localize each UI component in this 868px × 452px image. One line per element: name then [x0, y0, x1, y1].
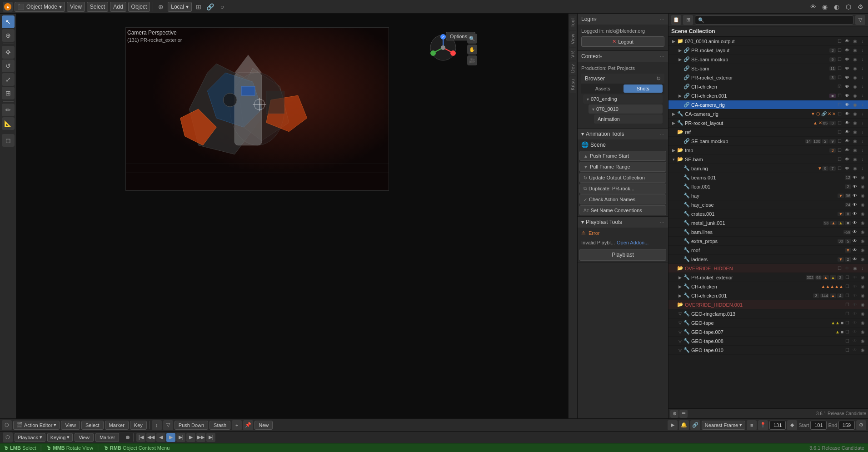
eye-icon[interactable]: 👁 [843, 56, 851, 63]
visibility-icon[interactable]: ☐ [836, 110, 843, 118]
render-icon[interactable]: ◉ [851, 47, 858, 54]
visibility-icon[interactable]: ☐ [843, 310, 851, 318]
visibility-icon[interactable]: ☐ [836, 156, 843, 163]
play-btn[interactable]: ▶ [166, 433, 175, 442]
tree-item[interactable]: 📂 OVERRIDE_HIDDEN.001 ☐ 👁 ◉ [668, 300, 868, 309]
select-icon[interactable]: ↓ [859, 65, 866, 72]
render-icon[interactable]: ◉ [851, 56, 858, 63]
push-frame-start-btn[interactable]: ▲ Push Frame Start [579, 151, 666, 161]
eye-icon[interactable]: 👁 [851, 319, 858, 327]
eye-icon[interactable]: 👁 [843, 65, 851, 72]
render-icon[interactable]: ◉ [851, 92, 858, 99]
eye-icon[interactable]: 👁 [851, 301, 858, 308]
current-frame-field[interactable]: 131 [769, 421, 786, 430]
visibility-icon[interactable]: ☐ [836, 119, 843, 127]
select-icon[interactable]: ↓ [859, 38, 866, 45]
tree-item[interactable]: 🔧 bam.lines -59 👁 ◉ [668, 228, 868, 237]
tree-item[interactable]: ▶ 🔗 CH-chicken.001 ■ ☐ 👁 ◉ ↓ [668, 91, 868, 100]
eye-icon[interactable]: 👁 [851, 238, 858, 245]
filter-icon[interactable]: ▽ [163, 420, 173, 430]
object-menu[interactable]: Object [128, 2, 150, 12]
eye-icon[interactable]: 👁 [843, 101, 851, 109]
render-icon[interactable]: ◉ [859, 256, 866, 263]
sync-icon[interactable]: 🔔 [679, 420, 689, 430]
eye-icon[interactable]: 👁 [843, 156, 851, 163]
prev-frame-btn[interactable]: ◀ [156, 433, 165, 442]
login-dots-icon[interactable]: ⋯ [660, 17, 664, 22]
render-icon[interactable]: ◉ [859, 247, 866, 254]
render-icon[interactable]: ◉ [851, 74, 858, 81]
select-icon[interactable]: ↓ [859, 119, 866, 127]
eye-icon[interactable]: 👁 [851, 210, 858, 218]
visibility-icon[interactable]: ☐ [843, 319, 851, 327]
render-icon[interactable]: ◉ [859, 328, 866, 336]
visibility-icon[interactable]: ☐ [843, 347, 851, 354]
visibility-icon[interactable]: ☐ [836, 38, 843, 45]
tree-item[interactable]: 🔧 ladders ▼2 👁 ◉ [668, 255, 868, 264]
tree-item[interactable]: ▶ 🔧 CA-camera_rig ▼⬡🔗✕✕ ☐ 👁 ◉ ↓ [668, 109, 868, 119]
play-reverse-btn[interactable]: ▶| [176, 433, 185, 442]
tool-tab[interactable]: Tool [569, 15, 576, 30]
stash-btn[interactable]: Stash [210, 421, 230, 430]
snap-icon[interactable]: 🔗 [205, 2, 215, 12]
tree-item[interactable]: 🔧 floor.001 2 👁 ◉ [668, 182, 868, 191]
render-icon[interactable]: 👁 [808, 2, 818, 12]
cursor-icon[interactable]: ⊕ [156, 2, 166, 12]
visibility-icon[interactable]: ☐ [843, 301, 851, 308]
cursor-tool-btn[interactable]: ⊕ [2, 29, 15, 42]
dev-tab[interactable]: Dev [569, 61, 576, 75]
transform-icon[interactable]: ⊞ [194, 2, 204, 12]
transform-tool-btn[interactable]: ⊞ [2, 87, 15, 99]
visibility-icon[interactable]: ☑ [836, 83, 843, 90]
visibility-icon[interactable]: ☐ [836, 92, 843, 99]
eye-icon[interactable]: 👁 [851, 283, 858, 290]
action-editor-dropdown[interactable]: 🎬 Action Editor ▾ [13, 421, 60, 430]
eye-icon[interactable]: 👁 [851, 256, 858, 263]
jump-start-btn[interactable]: |◀ [136, 433, 145, 442]
render-icon[interactable]: ◉ [851, 156, 858, 163]
tree-item[interactable]: ▽ 🔧 GEO-tape ▲▲■ ☐ 👁 ◉ [668, 318, 868, 328]
render-settings-icon[interactable]: ⚙ [856, 420, 866, 430]
measure-tool-btn[interactable]: 📐 [2, 117, 15, 130]
blender-logo-icon[interactable]: ● [3, 2, 13, 12]
next-keyframe-btn[interactable]: ▶▶ [196, 433, 205, 442]
pull-frame-range-btn[interactable]: ▼ Pull Frame Range [579, 162, 666, 172]
editor-type-icon-2[interactable]: ⬡ [3, 432, 13, 442]
tree-item[interactable]: 🔧 hay_close 24 👁 ◉ [668, 200, 868, 209]
eye-icon[interactable]: 👁 [851, 228, 858, 236]
outliner-filter-icon[interactable]: ▽ [855, 15, 865, 25]
viewport[interactable]: Camera Perspective (131) PR-rocket_exter… [16, 14, 568, 418]
nearest-frame-dropdown[interactable]: Nearest Frame ▾ [702, 421, 745, 430]
eye-icon[interactable]: 👁 [843, 110, 851, 118]
render-icon[interactable]: ◉ [851, 38, 858, 45]
tree-item[interactable]: 🔧 beams.001 12 👁 ◉ [668, 173, 868, 182]
outliner-type-icon[interactable]: 📋 [671, 15, 681, 25]
view-menu[interactable]: View [67, 2, 85, 12]
anim-tools-header[interactable]: ▾ Animation Tools ⋯ [578, 129, 668, 139]
tree-item[interactable]: ▶ 🔧 PR-rocket_exterior 30293▲▲3 ☐ 👁 ◉ [668, 273, 868, 282]
shots-tab[interactable]: Shots [624, 84, 663, 93]
snap-icon[interactable]: 📌 [243, 420, 253, 430]
playblast-header[interactable]: ▾ Playblast Tools ⋯ [578, 217, 668, 228]
tree-item[interactable]: ▾ 📂 SE-bam ☐ 👁 ◉ ↓ [668, 155, 868, 164]
keyframe-icon[interactable]: ◆ [787, 420, 797, 430]
eye-icon[interactable]: 👁 [851, 201, 858, 209]
eye-icon[interactable]: 👁 [843, 92, 851, 99]
tree-item[interactable]: ▶ 🔧 CH-chicken.001 3144▲4 ☐ 👁 ◉ [668, 291, 868, 300]
eye-icon[interactable]: 👁 [851, 310, 858, 318]
visibility-icon[interactable]: ☐ [843, 274, 851, 281]
tree-item[interactable]: 🔧 roof ▼ 👁 ◉ [668, 246, 868, 255]
select-icon[interactable]: ↓ [859, 138, 866, 145]
visibility-icon[interactable]: ☐ [836, 129, 843, 136]
shading-icon[interactable]: ◐ [832, 2, 842, 12]
eye-icon[interactable]: 👁 [851, 292, 858, 299]
eye-icon[interactable]: 👁 [843, 147, 851, 154]
marker-menu-btn[interactable]: Marker [105, 421, 129, 430]
viewport-tool-2[interactable]: ✋ [467, 45, 477, 55]
viewport-tool-1[interactable]: 🔍 [467, 34, 477, 44]
kitsu-tab[interactable]: Kitsu [569, 76, 576, 93]
render-icon[interactable]: ◉ [851, 147, 858, 154]
shot-item-animation[interactable]: Animation [594, 114, 663, 124]
eye-icon[interactable]: 👁 [851, 183, 858, 190]
eye-icon[interactable]: 👁 [851, 347, 858, 354]
